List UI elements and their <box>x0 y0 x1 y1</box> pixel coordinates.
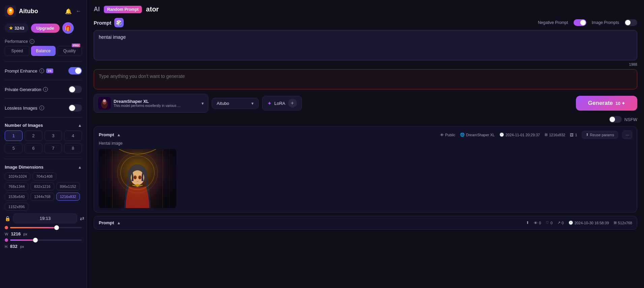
height-value: 832 <box>10 244 18 249</box>
num-images-chevron[interactable]: ▲ <box>78 123 82 128</box>
gift-button[interactable]: 🎁 <box>62 22 74 34</box>
dim-1536x640[interactable]: 1536x640 <box>5 193 28 201</box>
generate-button[interactable]: Generate 10 ✦ <box>576 96 637 111</box>
height-slider-fill <box>10 239 35 241</box>
num-btn-8[interactable]: 8 <box>64 143 82 153</box>
height-slider-track[interactable] <box>10 239 82 241</box>
prompt-enhance-toggle[interactable] <box>68 67 82 75</box>
num-btn-7[interactable]: 7 <box>44 143 62 153</box>
svg-point-18 <box>133 175 137 179</box>
dimensions-chevron[interactable]: ▲ <box>78 165 82 170</box>
num-btn-4[interactable]: 4 <box>64 131 82 141</box>
lossless-images-label: Lossless Images <box>5 106 37 111</box>
result-collapse-icon-1[interactable]: ▲ <box>117 221 121 225</box>
add-lora-icon[interactable]: + <box>288 99 297 108</box>
result-like-1: ♡ 0 <box>546 221 552 225</box>
width-slider-track[interactable] <box>10 227 82 228</box>
svg-point-24 <box>136 184 139 187</box>
model-row: DreamShaper XL This model performs excel… <box>87 90 644 116</box>
prompt-enhance-info-icon[interactable]: i <box>39 68 44 73</box>
sampler-chevron-icon: ▾ <box>251 101 254 106</box>
image-dimensions-section: Image Dimensions ▲ 1024x1024 704x1408 76… <box>5 165 82 249</box>
ratio-input[interactable] <box>13 213 77 223</box>
performance-info-icon[interactable]: i <box>30 39 34 44</box>
result-resolution-1: ⊞ 512x768 <box>614 221 632 225</box>
dim-896x1152[interactable]: 896x1152 <box>56 182 80 191</box>
result-meta-0: 👁 Public 🌐 DreamShaper XL 🕐 2024-11-01 2… <box>440 131 632 139</box>
result-eye-1: 👁 0 <box>534 221 541 225</box>
negative-prompt-toggle[interactable] <box>574 19 586 26</box>
lora-button[interactable]: ✦ LoRA + <box>262 96 302 111</box>
upgrade-button[interactable]: Upgrade <box>31 24 60 33</box>
prompt-textarea[interactable]: hentai image <box>94 30 637 60</box>
main-header: AI Random Prompt ator <box>87 0 644 13</box>
page-title: ator <box>146 5 159 13</box>
divider-5 <box>5 159 82 159</box>
dim-832x1216[interactable]: 832x1216 <box>30 182 54 191</box>
magic-icon-button[interactable]: 🎲 <box>114 18 124 27</box>
like-icon-1: ♡ <box>546 221 549 225</box>
divider-3 <box>5 98 82 99</box>
height-slider-thumb[interactable] <box>33 238 38 242</box>
image-prompts-toggle[interactable] <box>624 19 637 26</box>
num-btn-2[interactable]: 2 <box>25 131 42 141</box>
model-selector[interactable]: DreamShaper XL This model performs excel… <box>94 94 208 113</box>
dim-704x1408[interactable]: 704x1408 <box>32 172 56 180</box>
speed-button[interactable]: Speed <box>5 46 30 56</box>
dim-1216x832[interactable]: 1216x832 <box>56 193 80 201</box>
prompt-enhance-row: Prompt Enhance i V4 <box>5 67 82 75</box>
reuse-params-button-0[interactable]: ⬆ Reuse params <box>582 131 618 139</box>
back-button[interactable]: ← <box>75 7 82 15</box>
star-icon: ★ <box>9 25 13 31</box>
model-name: DreamShaper XL <box>114 99 199 104</box>
num-btn-3[interactable]: 3 <box>44 131 62 141</box>
notifications-button[interactable]: 🔔 <box>64 7 72 15</box>
num-images-section: Number of Images ▲ 1 2 3 4 5 6 7 8 <box>5 123 82 153</box>
anime-svg-0 <box>99 149 176 208</box>
credits-value: 3243 <box>14 26 24 31</box>
sidebar: Aitubo 🔔 ← ★ 3243 Upgrade 🎁 Performance … <box>0 0 87 288</box>
dim-1152x896[interactable]: 1152x896 <box>5 203 28 211</box>
num-btn-5[interactable]: 5 <box>5 143 23 153</box>
nsfw-row: NSFW <box>87 116 644 126</box>
swap-icon[interactable]: ⇄ <box>80 215 84 222</box>
dim-1344x768[interactable]: 1344x768 <box>30 193 54 201</box>
svg-point-21 <box>139 176 141 179</box>
sidebar-header: Aitubo 🔔 ← <box>5 5 82 17</box>
balance-button[interactable]: Balance <box>31 46 56 56</box>
prompt-label: Prompt <box>94 20 112 26</box>
image-dimensions-label: Image Dimensions <box>5 165 43 170</box>
performance-buttons: Speed Balance Quality PRO <box>5 46 82 56</box>
result-model-0: 🌐 DreamShaper XL <box>460 133 495 137</box>
model-desc: This model performs excellently in vario… <box>114 104 181 108</box>
lossless-info-icon[interactable]: i <box>39 106 44 110</box>
private-info-icon[interactable]: i <box>43 87 48 92</box>
lossless-images-toggle[interactable] <box>68 104 82 112</box>
height-unit: px <box>20 244 24 249</box>
lossless-images-row: Lossless Images i <box>5 104 82 112</box>
result-image-0[interactable] <box>99 149 176 208</box>
dim-1024x1024[interactable]: 1024x1024 <box>5 172 30 180</box>
sampler-selector[interactable]: Aitubo ▾ <box>212 98 259 109</box>
num-btn-6[interactable]: 6 <box>25 143 42 153</box>
dim-768x1344[interactable]: 768x1344 <box>5 182 28 191</box>
upload-icon-1: ⬆ <box>526 221 529 225</box>
model-info: DreamShaper XL This model performs excel… <box>114 99 199 108</box>
width-value: 1216 <box>11 231 21 236</box>
random-prompt-button[interactable]: Random Prompt <box>104 6 142 13</box>
negative-prompt-textarea[interactable] <box>94 69 637 89</box>
num-btn-1[interactable]: 1 <box>5 131 23 141</box>
anime-image-placeholder-0 <box>99 149 176 208</box>
more-options-button-0[interactable]: ··· <box>622 131 632 139</box>
private-generation-toggle[interactable] <box>68 86 82 93</box>
width-slider-thumb[interactable] <box>54 225 59 230</box>
quality-button[interactable]: Quality PRO <box>57 46 82 56</box>
dimensions-grid: 1024x1024 704x1408 768x1344 832x1216 896… <box>5 172 82 211</box>
nsfw-toggle[interactable] <box>609 116 622 123</box>
width-slider-dot <box>5 226 8 229</box>
v4-badge: V4 <box>46 68 53 73</box>
prompt-section: Prompt 🎲 Negative Prompt Image Prompts h… <box>87 13 644 90</box>
num-images-grid: 1 2 3 4 5 6 7 8 <box>5 131 82 153</box>
result-collapse-icon-0[interactable]: ▲ <box>117 133 121 137</box>
width-slider-row <box>5 226 82 229</box>
